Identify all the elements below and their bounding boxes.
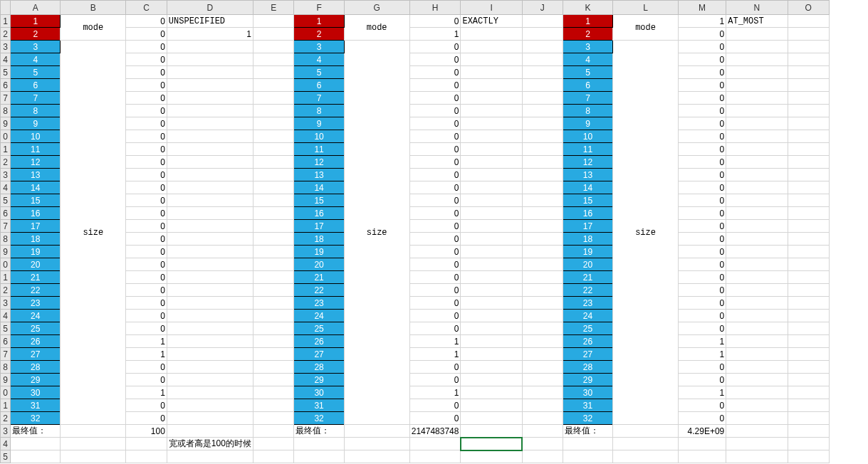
cell[interactable] [61,450,126,463]
cell[interactable] [522,322,563,335]
cell[interactable] [726,310,788,322]
cell[interactable] [253,348,294,361]
index-cell[interactable]: 15 [294,194,344,207]
cell[interactable] [253,66,294,79]
value-cell[interactable]: 0 [126,53,167,66]
cell[interactable] [253,220,294,233]
cell[interactable] [726,181,788,194]
cell[interactable] [167,284,253,297]
row-header[interactable]: 3 [1,425,11,438]
index-cell[interactable]: 22 [563,284,612,297]
value-cell[interactable]: 0 [409,284,461,297]
row-header[interactable]: 9 [1,246,11,258]
cell[interactable] [167,156,253,169]
value-cell[interactable]: 0 [409,66,461,79]
cell[interactable] [167,66,253,79]
cell[interactable] [167,207,253,220]
cell[interactable] [253,156,294,169]
cell[interactable] [788,233,829,246]
value-cell[interactable]: 0 [126,412,167,425]
index-cell[interactable]: 4 [294,53,344,66]
cell[interactable] [726,233,788,246]
index-cell[interactable]: 9 [11,117,61,130]
index-cell[interactable]: 4 [563,53,612,66]
cell[interactable] [522,335,563,348]
cell[interactable] [788,335,829,348]
cell[interactable] [253,412,294,425]
value-cell[interactable]: 0 [678,374,726,386]
cell[interactable] [788,143,829,156]
col-header[interactable]: M [678,1,726,15]
cell[interactable] [726,169,788,181]
cell[interactable] [788,194,829,207]
cell[interactable] [522,194,563,207]
row-header[interactable]: 9 [1,374,11,386]
index-cell[interactable]: 28 [11,361,61,374]
value-cell[interactable]: 0 [678,246,726,258]
value-cell[interactable]: 0 [678,297,726,310]
cell[interactable] [522,66,563,79]
cell[interactable] [726,297,788,310]
col-header[interactable]: C [126,1,167,15]
value-cell[interactable]: 0 [409,258,461,271]
cell[interactable] [253,169,294,181]
index-cell[interactable]: 6 [294,79,344,92]
cell[interactable] [522,310,563,322]
cell[interactable] [167,399,253,412]
col-header[interactable]: N [726,1,788,15]
cell[interactable] [61,425,126,438]
value-cell[interactable]: 0 [126,41,167,53]
index-cell[interactable]: 12 [11,156,61,169]
cell[interactable] [253,181,294,194]
value-cell[interactable]: 0 [678,41,726,53]
index-cell[interactable]: 27 [563,348,612,361]
value-cell[interactable]: 1 [678,348,726,361]
index-cell[interactable]: 5 [11,66,61,79]
cell[interactable] [461,258,522,271]
cell[interactable] [522,156,563,169]
col-header[interactable]: B [61,1,126,15]
value-cell[interactable]: 0 [409,53,461,66]
index-cell[interactable]: 6 [11,79,61,92]
index-cell[interactable]: 8 [11,105,61,117]
cell[interactable] [461,425,522,438]
col-header[interactable]: G [344,1,409,15]
row-header[interactable]: 2 [1,156,11,169]
value-cell[interactable]: 1 [409,335,461,348]
row-header[interactable]: 1 [1,271,11,284]
cell[interactable] [167,181,253,194]
cell[interactable] [253,322,294,335]
value-cell[interactable]: 0 [678,181,726,194]
cell[interactable] [461,156,522,169]
row-header[interactable]: 1 [1,15,11,28]
cell[interactable] [726,28,788,41]
index-cell[interactable]: 28 [563,361,612,374]
value-cell[interactable]: 0 [409,246,461,258]
index-cell[interactable]: 1 [11,15,61,28]
cell[interactable] [461,130,522,143]
row-header[interactable]: 4 [1,438,11,450]
row-header[interactable]: 5 [1,450,11,463]
cell[interactable] [522,271,563,284]
cell[interactable] [522,220,563,233]
cell[interactable] [461,284,522,297]
index-cell[interactable]: 5 [294,66,344,79]
row-header[interactable]: 2 [1,412,11,425]
cell[interactable] [788,79,829,92]
col-header[interactable]: A [11,1,61,15]
cell[interactable] [788,258,829,271]
cell[interactable] [726,438,788,450]
cell[interactable] [726,284,788,297]
cell[interactable] [726,412,788,425]
row-header[interactable]: 4 [1,310,11,322]
value-cell[interactable]: 0 [678,156,726,169]
cell[interactable] [461,450,522,463]
cell[interactable] [167,117,253,130]
col-header[interactable]: E [253,1,294,15]
cell[interactable] [522,246,563,258]
index-cell[interactable]: 9 [294,117,344,130]
cell[interactable] [253,130,294,143]
value-cell[interactable]: 0 [678,284,726,297]
index-cell[interactable]: 3 [11,41,61,53]
row-header[interactable]: 5 [1,322,11,335]
